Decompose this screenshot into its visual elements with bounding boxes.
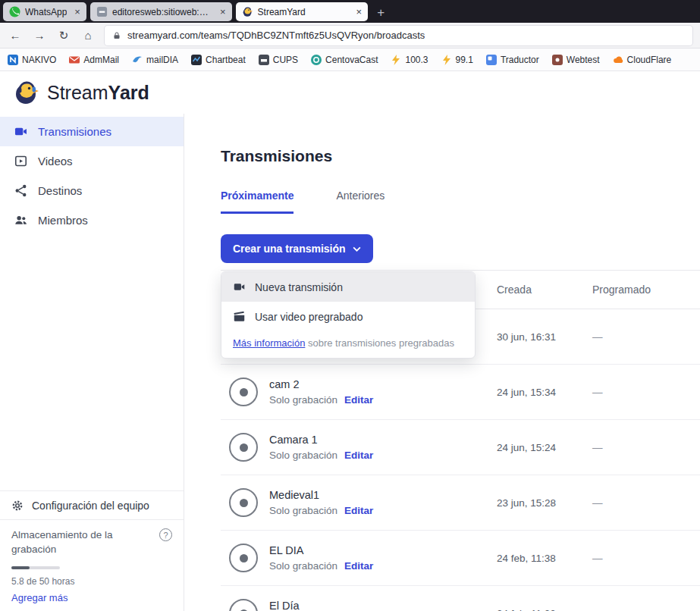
dropdown-footer-text: sobre transmisiones pregrabadas xyxy=(305,337,454,349)
edit-link[interactable]: Editar xyxy=(344,560,373,572)
tab-label: editoresweb:sitioweb:eldia.co xyxy=(112,7,212,17)
menu-item-label: Nueva transmisión xyxy=(255,281,343,293)
more-info-link[interactable]: Más información xyxy=(233,337,305,349)
address-bar[interactable]: streamyard.com/teams/TQDhBC9ZNTmft6z5UsQ… xyxy=(105,26,692,45)
storage-progress-bar xyxy=(11,566,60,569)
create-broadcast-label: Crear una transmisión xyxy=(233,243,346,255)
table-row[interactable]: Camara 1 Solo grabaciónEditar 24 jun, 15… xyxy=(221,420,700,475)
back-icon[interactable]: ← xyxy=(8,29,23,42)
created-cell: 24 feb, 11:22 xyxy=(497,608,592,611)
tab-eldia[interactable]: editoresweb:sitioweb:eldia.co × xyxy=(90,2,232,21)
team-settings-label: Configuración del equipo xyxy=(32,500,149,512)
bookmark-label: Traductor xyxy=(501,55,539,65)
sidebar-item-label: Destinos xyxy=(38,184,82,197)
home-icon[interactable]: ⌂ xyxy=(80,29,96,42)
create-broadcast-button[interactable]: Crear una transmisión xyxy=(221,234,373,263)
bookmark-chartbeat[interactable]: Chartbeat xyxy=(191,55,246,65)
bookmark-traductor[interactable]: Traductor xyxy=(486,55,539,65)
table-row[interactable]: cam 2 Solo grabaciónEditar 24 jun, 15:34… xyxy=(221,365,700,420)
bookmark-admmail[interactable]: AdmMail xyxy=(69,55,119,65)
bookmark-99-1[interactable]: 99.1 xyxy=(441,55,473,65)
main-content: Transmisiones Próximamente Anteriores Cr… xyxy=(184,114,700,611)
bookmark-maildia[interactable]: mailDIA xyxy=(132,55,178,65)
streamyard-logo[interactable]: StreamYard xyxy=(13,79,149,106)
bookmark-webtest[interactable]: Webtest xyxy=(552,55,600,65)
lock-icon xyxy=(112,31,121,40)
broadcast-name: EL DIA xyxy=(269,544,497,556)
help-icon[interactable]: ? xyxy=(159,528,172,541)
close-icon[interactable]: × xyxy=(74,7,80,17)
bookmark-label: CUPS xyxy=(273,55,298,65)
edit-link[interactable]: Editar xyxy=(344,394,373,406)
bookmark-label: mailDIA xyxy=(146,55,178,65)
edit-link[interactable]: Editar xyxy=(344,450,373,461)
reload-icon[interactable]: ↻ xyxy=(56,29,71,42)
bookmark-cups[interactable]: CUPS xyxy=(259,55,298,65)
sidebar-item-label: Videos xyxy=(38,155,73,168)
close-icon[interactable]: × xyxy=(220,7,226,17)
video-camera-icon xyxy=(233,280,246,293)
tab-label: StreamYard xyxy=(258,7,349,17)
bookmark-100-3[interactable]: 100.3 xyxy=(391,55,428,65)
tab-whatsapp[interactable]: WhatsApp × xyxy=(3,2,86,21)
bookmark-label: CloudFlare xyxy=(627,55,672,65)
created-cell: 30 jun, 16:31 xyxy=(497,331,592,343)
broadcast-name: Medieval1 xyxy=(269,489,497,501)
broadcast-name: Camara 1 xyxy=(269,434,497,446)
record-icon xyxy=(229,488,258,517)
created-cell: 23 jun, 15:28 xyxy=(497,497,592,509)
browser-navbar: ← → ↻ ⌂ streamyard.com/teams/TQDhBC9ZNTm… xyxy=(0,23,700,49)
bookmark-label: 100.3 xyxy=(405,55,428,65)
sidebar-item-transmisiones[interactable]: Transmisiones xyxy=(0,117,184,146)
tab-streamyard[interactable]: StreamYard × xyxy=(236,2,369,21)
menu-item-prerecorded-video[interactable]: Usar video pregrabado xyxy=(221,302,475,331)
gear-icon xyxy=(11,500,24,512)
bookmark-nakivo[interactable]: NAKIVO xyxy=(8,55,56,65)
created-cell: 24 jun, 15:34 xyxy=(497,387,592,398)
team-settings-button[interactable]: Configuración del equipo xyxy=(0,490,184,519)
new-tab-button[interactable]: + xyxy=(377,6,385,19)
forward-icon[interactable]: → xyxy=(32,29,47,42)
bookmark-cloudflare[interactable]: CloudFlare xyxy=(613,55,672,65)
nakivo-icon xyxy=(8,55,18,65)
broadcast-tabs: Próximamente Anteriores xyxy=(221,190,700,214)
edit-link[interactable]: Editar xyxy=(344,505,373,516)
tab-anteriores[interactable]: Anteriores xyxy=(336,190,385,214)
sidebar-item-destinos[interactable]: Destinos xyxy=(0,176,184,205)
centovacast-icon xyxy=(311,55,322,65)
logo-text: StreamYard xyxy=(47,82,149,104)
sidebar: Transmisiones Videos Destinos Miembros xyxy=(0,114,184,611)
scheduled-cell: — xyxy=(592,553,700,564)
menu-item-new-broadcast[interactable]: Nueva transmisión xyxy=(221,272,475,302)
dropdown-footer: Más información sobre transmisiones preg… xyxy=(221,331,475,358)
eldia-favicon xyxy=(96,6,108,17)
screen: WhatsApp × editoresweb:sitioweb:eldia.co… xyxy=(0,0,700,611)
table-row[interactable]: El Día Solo grabaciónEditar 24 feb, 11:2… xyxy=(221,586,700,611)
table-row[interactable]: EL DIA Solo grabaciónEditar 24 feb, 11:3… xyxy=(221,531,700,586)
add-more-link[interactable]: Agregar más xyxy=(11,592,172,603)
scheduled-cell: — xyxy=(592,497,700,509)
sidebar-nav: Transmisiones Videos Destinos Miembros xyxy=(0,114,184,235)
sidebar-item-miembros[interactable]: Miembros xyxy=(0,205,184,235)
webtest-icon xyxy=(552,55,563,65)
clapperboard-icon xyxy=(233,310,246,323)
cups-icon xyxy=(259,55,269,65)
broadcast-type: Solo grabación xyxy=(269,394,337,406)
streamyard-duck-icon xyxy=(13,79,40,106)
scheduled-cell: — xyxy=(592,442,700,453)
menu-item-label: Usar video pregrabado xyxy=(255,311,363,323)
site-header: StreamYard xyxy=(0,71,700,114)
page-body: Transmisiones Videos Destinos Miembros xyxy=(0,114,700,611)
table-row[interactable]: Medieval1 Solo grabaciónEditar 23 jun, 1… xyxy=(221,475,700,531)
bookmark-label: Chartbeat xyxy=(206,55,246,65)
close-icon[interactable]: × xyxy=(356,7,363,17)
tab-proximamente[interactable]: Próximamente xyxy=(221,190,293,214)
broadcast-name: cam 2 xyxy=(269,378,497,390)
sidebar-item-videos[interactable]: Videos xyxy=(0,146,184,176)
maildia-icon xyxy=(132,55,143,65)
sidebar-item-label: Miembros xyxy=(38,214,88,227)
bookmark-centovacast[interactable]: CentovaCast xyxy=(311,55,378,65)
storage-progress-fill xyxy=(11,566,30,569)
bolt-icon xyxy=(441,55,452,65)
video-camera-icon xyxy=(14,124,28,139)
